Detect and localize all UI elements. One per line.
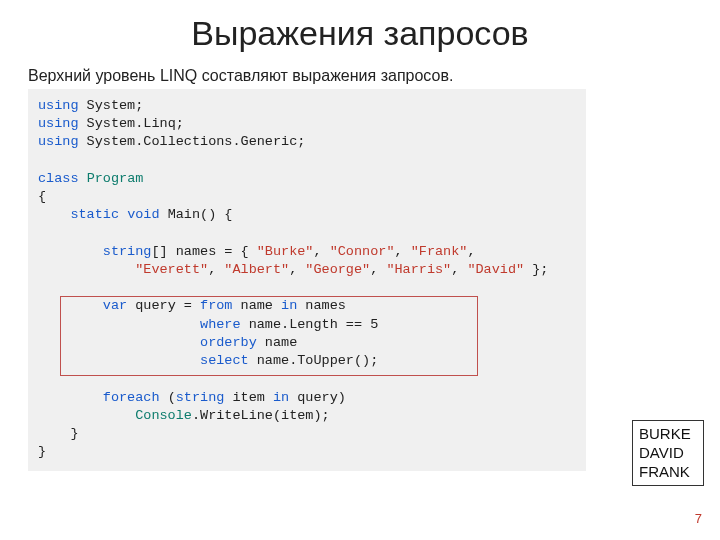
- output-line: DAVID: [639, 444, 697, 463]
- output-line: FRANK: [639, 463, 697, 482]
- slide-title: Выражения запросов: [0, 14, 720, 53]
- output-box: BURKE DAVID FRANK: [632, 420, 704, 486]
- output-line: BURKE: [639, 425, 697, 444]
- code-block: using System; using System.Linq; using S…: [28, 89, 586, 471]
- slide-subtitle: Верхний уровень LINQ составляют выражени…: [28, 67, 720, 85]
- page-number: 7: [695, 511, 702, 526]
